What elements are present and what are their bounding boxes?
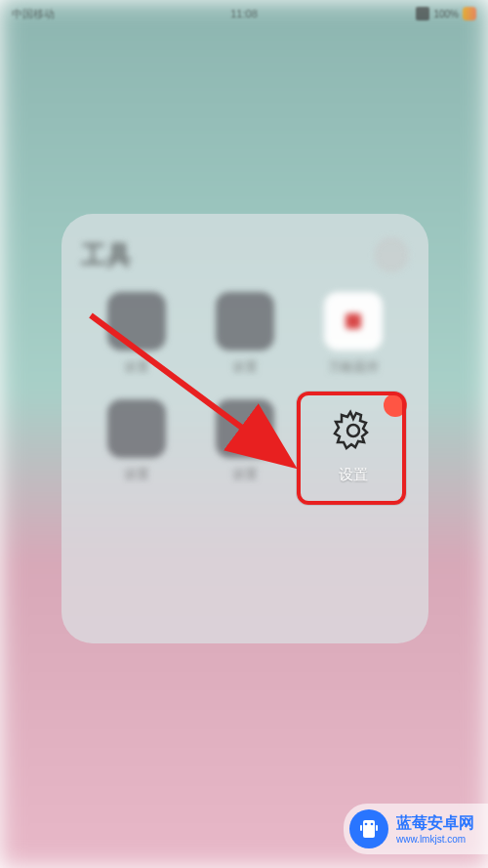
watermark: 蓝莓安卓网 www.lmkjst.com bbox=[344, 804, 488, 854]
status-right-cluster: 100% bbox=[416, 7, 476, 21]
app-folder-panel[interactable]: 工具 设置 设置 万能遥控 设置 设置 bbox=[61, 214, 428, 643]
svg-point-5 bbox=[371, 823, 374, 826]
app-icon bbox=[107, 292, 166, 351]
app-item[interactable]: 万能遥控 bbox=[305, 292, 401, 376]
signal-icon bbox=[416, 7, 429, 21]
app-item[interactable]: 设置 bbox=[89, 292, 185, 376]
app-icon bbox=[216, 292, 274, 351]
app-label: 设置 bbox=[124, 358, 149, 376]
app-label: 设置 bbox=[232, 466, 258, 483]
app-label: 万能遥控 bbox=[328, 358, 379, 376]
app-icon bbox=[324, 292, 383, 351]
app-label: 设置 bbox=[124, 466, 149, 483]
battery-icon bbox=[463, 7, 476, 21]
carrier-label: 中国移动 bbox=[12, 7, 55, 21]
annotation-highlight-box bbox=[297, 392, 406, 505]
svg-rect-3 bbox=[363, 820, 375, 838]
battery-label: 100% bbox=[433, 9, 459, 20]
status-bar: 中国移动 11:08 100% bbox=[0, 0, 488, 27]
app-item[interactable]: 设置 bbox=[89, 399, 185, 484]
watermark-title: 蓝莓安卓网 bbox=[396, 813, 474, 834]
app-icon bbox=[216, 399, 274, 458]
settings-app-item[interactable]: 设置 bbox=[305, 399, 401, 484]
app-icon bbox=[107, 399, 166, 458]
time-label: 11:08 bbox=[230, 8, 258, 20]
folder-app-grid: 设置 设置 万能遥控 设置 设置 bbox=[81, 292, 409, 484]
app-label: 设置 bbox=[232, 358, 258, 376]
watermark-logo-icon bbox=[349, 809, 388, 848]
folder-title[interactable]: 工具 bbox=[81, 238, 132, 272]
svg-point-4 bbox=[365, 823, 368, 826]
watermark-url: www.lmkjst.com bbox=[396, 834, 474, 845]
svg-rect-7 bbox=[376, 825, 378, 831]
folder-close-button[interactable] bbox=[374, 237, 409, 272]
svg-rect-6 bbox=[360, 825, 362, 831]
app-item[interactable]: 设置 bbox=[197, 292, 294, 376]
app-item[interactable]: 设置 bbox=[197, 399, 294, 484]
